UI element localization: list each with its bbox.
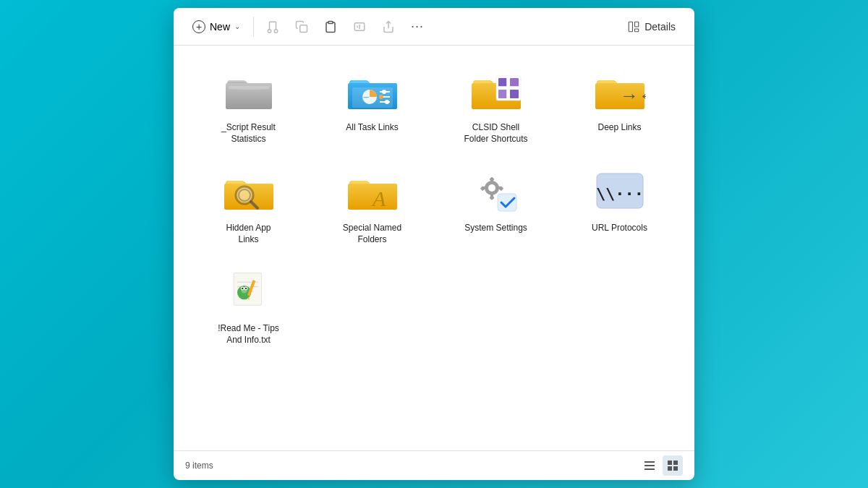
svg-point-35 [488,184,495,192]
item-label: CLSID ShellFolder Shortcuts [464,122,527,145]
list-item[interactable]: Hidden AppLinks [188,158,309,252]
svg-point-55 [242,288,243,289]
list-view-button[interactable] [639,455,660,476]
svg-rect-5 [300,25,307,32]
status-bar: 9 items [174,450,694,480]
svg-rect-63 [673,461,678,465]
item-count: 9 items [185,461,213,471]
url-protocols-icon: \\··· [591,165,649,217]
folder-yellow-font-icon: A [344,165,401,217]
svg-rect-61 [644,468,655,470]
svg-point-21 [385,100,389,104]
folder-blue-settings-icon [344,64,401,116]
share-button[interactable] [375,14,401,40]
toolbar: + New ⌄ [174,8,694,46]
content-area: _Script ResultStatistics [174,46,694,450]
rename-button[interactable] [346,14,373,40]
system-settings-icon [467,165,525,217]
divider-1 [253,17,254,37]
list-item[interactable]: CLSID ShellFolder Shortcuts [435,57,556,152]
chevron-down-icon: ⌄ [234,22,240,30]
svg-text:\\···: \\··· [595,185,643,203]
file-explorer-window: + New ⌄ [174,8,694,480]
copy-button[interactable] [289,14,315,40]
svg-text:→←: →← [620,85,646,106]
item-label: _Script ResultStatistics [221,122,276,145]
new-label: New [210,21,230,33]
svg-rect-13 [635,29,639,32]
view-toggle [639,455,683,476]
item-label: Hidden AppLinks [226,223,271,245]
grid-view-button[interactable] [663,455,683,476]
item-label: All Task Links [346,122,398,134]
svg-rect-65 [673,466,678,471]
plus-icon: + [192,20,205,33]
folder-gray-icon [220,64,278,116]
list-item[interactable]: A Special NamedFolders [312,158,433,252]
new-button[interactable]: + New ⌄ [185,16,247,38]
more-icon: ··· [411,19,424,34]
paste-button[interactable] [318,14,344,40]
list-item[interactable]: All Task Links [312,57,433,152]
svg-rect-60 [644,465,655,466]
item-label: System Settings [464,223,527,234]
cut-button[interactable] [260,14,286,40]
item-label: Special NamedFolders [343,223,401,245]
list-item[interactable]: \\··· URL Protocols [559,158,680,252]
svg-rect-25 [498,90,507,98]
svg-point-1 [274,29,278,33]
svg-point-31 [239,189,250,201]
item-label: !Read Me - TipsAnd Info.txt [218,323,279,346]
details-button[interactable]: Details [620,16,683,38]
svg-point-56 [244,288,246,289]
list-item[interactable]: !Read Me - TipsAnd Info.txt [188,258,309,353]
svg-point-0 [268,29,271,33]
svg-point-17 [382,90,386,94]
details-label: Details [644,21,676,33]
svg-rect-62 [668,461,672,465]
svg-rect-26 [510,90,519,98]
svg-rect-24 [510,78,519,87]
svg-text:A: A [371,187,386,210]
svg-point-19 [379,95,383,99]
folder-yellow-search-icon [220,165,278,217]
svg-rect-6 [328,21,333,23]
details-icon [627,20,640,33]
svg-rect-64 [668,466,672,471]
item-label: Deep Links [597,122,641,134]
svg-rect-11 [629,22,632,32]
list-item[interactable]: →← Deep Links [559,57,680,152]
list-item[interactable]: _Script ResultStatistics [188,57,309,152]
svg-rect-23 [498,78,507,87]
folder-yellow-arrows-icon: →← [591,64,649,116]
svg-rect-59 [644,461,655,463]
svg-rect-12 [635,22,639,27]
more-button[interactable]: ··· [404,14,430,40]
item-label: URL Protocols [592,223,647,234]
text-file-icon [220,265,278,317]
list-item[interactable]: System Settings [435,158,556,252]
folder-yellow-grid-icon [467,64,525,116]
